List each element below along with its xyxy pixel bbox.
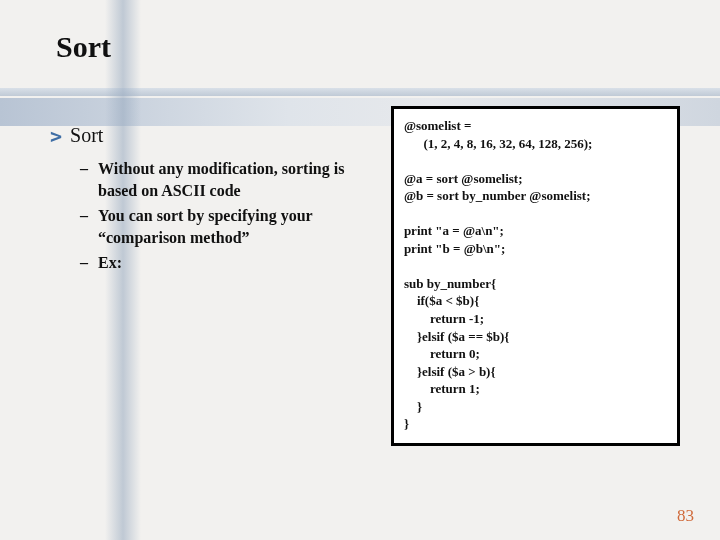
root-bullet: > Sort — [50, 124, 379, 148]
root-bullet-label: Sort — [70, 124, 103, 148]
list-item: You can sort by specifying your “compari… — [80, 205, 379, 248]
content-row: > Sort Without any modification, sorting… — [50, 124, 680, 446]
root-bullet-marker: > — [50, 124, 62, 148]
slide: Sort > Sort Without any modification, so… — [0, 0, 720, 540]
list-item: Without any modification, sorting is bas… — [80, 158, 379, 201]
subbullet-list: Without any modification, sorting is bas… — [50, 158, 379, 274]
bullet-column: > Sort Without any modification, sorting… — [50, 124, 379, 446]
list-item: Ex: — [80, 252, 379, 274]
page-number: 83 — [677, 506, 694, 526]
code-block: @somelist = (1, 2, 4, 8, 16, 32, 64, 128… — [391, 106, 680, 446]
slide-title: Sort — [56, 30, 680, 64]
